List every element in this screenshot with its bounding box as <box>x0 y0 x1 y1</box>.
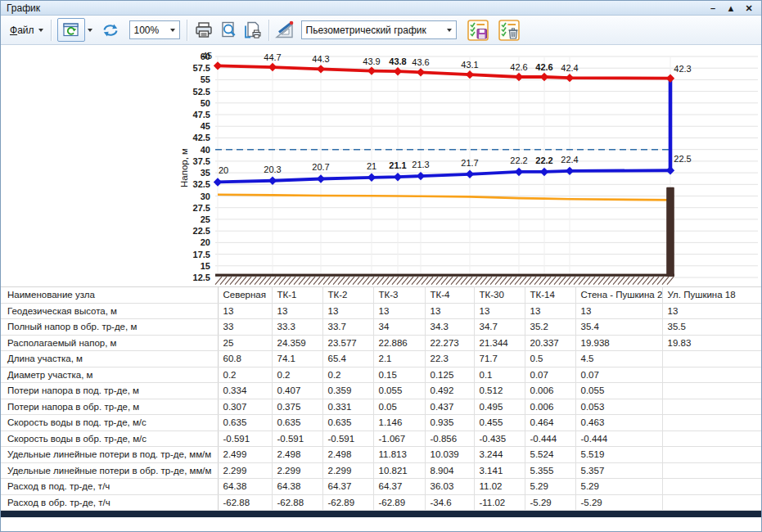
value-cell[interactable]: 13 <box>525 303 575 319</box>
value-cell[interactable]: -1.067 <box>373 431 425 447</box>
value-cell[interactable]: -5.29 <box>525 494 575 511</box>
value-cell[interactable]: 0.15 <box>373 367 425 383</box>
file-menu-button[interactable]: Файл <box>6 19 47 42</box>
data-point-marker[interactable] <box>268 177 277 185</box>
data-point-marker[interactable] <box>268 63 277 71</box>
value-cell[interactable]: 4.5 <box>575 351 662 367</box>
reload-button[interactable] <box>98 19 123 42</box>
minimize-button[interactable]: – <box>704 2 722 15</box>
value-cell[interactable]: 13 <box>373 303 425 319</box>
value-cell[interactable]: 0.5 <box>525 351 575 367</box>
value-cell[interactable]: -62.88 <box>218 494 272 511</box>
value-cell[interactable]: 0.437 <box>425 399 474 415</box>
value-cell[interactable]: 35.5 <box>662 319 762 336</box>
value-cell[interactable] <box>662 415 762 431</box>
node-name-cell[interactable]: ТК-14 <box>525 287 575 304</box>
data-point-marker[interactable] <box>214 61 222 70</box>
value-cell[interactable]: 2.498 <box>322 447 373 463</box>
print-preview-button[interactable] <box>216 19 241 42</box>
value-cell[interactable]: 22.3 <box>425 351 474 367</box>
recalc-split-button[interactable] <box>57 18 95 42</box>
save-template-button[interactable] <box>467 19 489 41</box>
value-cell[interactable]: 64.37 <box>373 479 425 495</box>
value-cell[interactable]: 5.29 <box>575 479 662 495</box>
node-name-cell[interactable]: ТК-1 <box>272 287 322 304</box>
value-cell[interactable]: 0.125 <box>425 367 474 383</box>
close-button[interactable]: ✕ <box>740 2 758 15</box>
value-cell[interactable]: 8.904 <box>425 462 474 479</box>
value-cell[interactable]: 0.635 <box>218 415 272 431</box>
value-cell[interactable]: 0.331 <box>322 399 373 415</box>
data-point-marker[interactable] <box>317 174 325 183</box>
value-cell[interactable]: 34.7 <box>474 319 525 336</box>
value-cell[interactable]: 0.464 <box>525 415 575 431</box>
value-cell[interactable]: 2.299 <box>322 462 373 479</box>
value-cell[interactable]: 0.307 <box>218 399 272 415</box>
value-cell[interactable]: 2.299 <box>218 462 272 479</box>
value-cell[interactable]: 0.512 <box>474 383 525 399</box>
value-cell[interactable]: 13 <box>425 303 474 319</box>
value-cell[interactable]: -0.444 <box>575 431 662 447</box>
value-cell[interactable]: 60.8 <box>218 351 272 367</box>
value-cell[interactable]: 2.1 <box>373 351 425 367</box>
value-cell[interactable]: 11.02 <box>474 479 525 495</box>
value-cell[interactable]: 0.359 <box>322 383 373 399</box>
data-point-marker[interactable] <box>417 68 425 76</box>
value-cell[interactable]: 10.821 <box>373 462 425 479</box>
value-cell[interactable] <box>662 399 762 415</box>
value-cell[interactable]: -62.88 <box>272 494 322 511</box>
value-cell[interactable]: 33 <box>218 319 272 336</box>
value-cell[interactable]: 5.357 <box>575 462 662 479</box>
value-cell[interactable]: 0.2 <box>218 367 272 383</box>
value-cell[interactable]: -0.856 <box>425 431 474 447</box>
value-cell[interactable]: -62.89 <box>322 494 373 511</box>
data-point-marker[interactable] <box>394 173 402 181</box>
value-cell[interactable]: 0.07 <box>525 367 575 383</box>
value-cell[interactable]: 13 <box>322 303 373 319</box>
value-cell[interactable]: 74.1 <box>272 351 322 367</box>
value-cell[interactable]: 0.1 <box>474 367 525 383</box>
node-name-cell[interactable]: ТК-2 <box>322 287 373 304</box>
value-cell[interactable]: 1.146 <box>373 415 425 431</box>
value-cell[interactable]: 5.29 <box>525 479 575 495</box>
value-cell[interactable]: 34 <box>373 319 425 336</box>
data-point-marker[interactable] <box>317 65 325 73</box>
data-point-marker[interactable] <box>367 174 376 182</box>
data-point-marker[interactable] <box>540 168 548 176</box>
delete-template-button[interactable] <box>498 19 521 41</box>
value-cell[interactable]: 0.495 <box>474 399 525 415</box>
value-cell[interactable]: 0.05 <box>373 399 425 415</box>
data-point-marker[interactable] <box>214 178 222 186</box>
data-point-marker[interactable] <box>466 170 474 178</box>
value-cell[interactable]: -0.591 <box>322 431 373 447</box>
value-cell[interactable] <box>662 383 762 399</box>
pin-button[interactable]: ▲ <box>722 2 740 15</box>
value-cell[interactable] <box>662 479 762 495</box>
value-cell[interactable]: 65.4 <box>322 351 373 367</box>
value-cell[interactable]: 3.244 <box>474 447 525 463</box>
value-cell[interactable]: -5.29 <box>575 494 662 511</box>
value-cell[interactable]: 11.813 <box>373 447 425 463</box>
value-cell[interactable] <box>662 447 762 463</box>
value-cell[interactable]: 0.635 <box>322 415 373 431</box>
value-cell[interactable]: 19.938 <box>575 335 662 351</box>
value-cell[interactable]: 2.498 <box>272 447 322 463</box>
data-point-marker[interactable] <box>666 166 674 174</box>
value-cell[interactable]: 0.463 <box>575 415 662 431</box>
value-cell[interactable]: -0.591 <box>218 431 272 447</box>
value-cell[interactable]: -0.435 <box>474 431 525 447</box>
value-cell[interactable]: 22.273 <box>425 335 474 351</box>
value-cell[interactable]: 5.355 <box>525 462 575 479</box>
value-cell[interactable]: 0.492 <box>425 383 474 399</box>
value-cell[interactable]: 36.03 <box>425 479 474 495</box>
value-cell[interactable]: 0.2 <box>272 367 322 383</box>
print-button[interactable] <box>192 19 216 42</box>
node-name-cell[interactable]: ТК-30 <box>474 287 525 304</box>
value-cell[interactable]: 2.299 <box>272 462 322 479</box>
value-cell[interactable]: 0.375 <box>272 399 322 415</box>
value-cell[interactable]: 0.053 <box>575 399 662 415</box>
value-cell[interactable]: 5.519 <box>575 447 662 463</box>
value-cell[interactable]: -11.02 <box>474 494 525 511</box>
node-name-cell[interactable]: Ул. Пушкина 18 <box>662 287 762 304</box>
value-cell[interactable]: 0.055 <box>575 383 662 399</box>
